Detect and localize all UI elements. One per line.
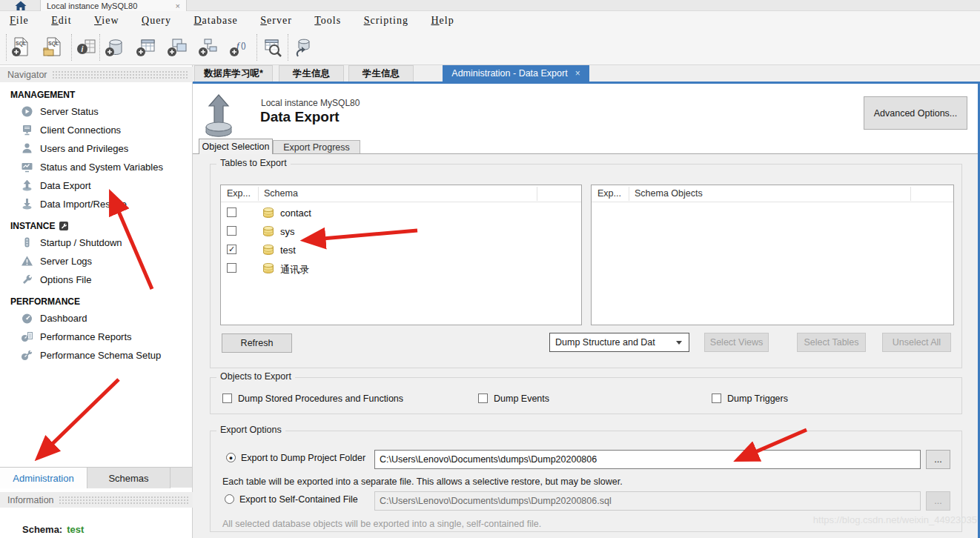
data-export-big-icon [202,93,236,138]
menu-scripting[interactable]: Scripting [354,11,418,30]
sidebar: Navigator MANAGEMENT Server Status Clien… [0,65,193,538]
project-folder-browse-button[interactable]: ... [926,450,950,469]
schema-objects-list[interactable]: Exp... Schema Objects [591,185,954,325]
connection-tab-close-icon[interactable]: × [176,1,180,10]
reconnect-dbms-icon[interactable] [292,36,314,59]
export-checkbox[interactable] [227,207,236,217]
schema-name: test [280,245,296,256]
schema-name: sys [280,226,295,237]
export-checkbox[interactable] [227,263,236,273]
export-checkbox-checked[interactable]: ✓ [227,245,236,254]
dump-triggers-checkbox[interactable] [712,393,721,403]
sidebar-item-server-status[interactable]: Server Status [0,102,192,121]
toolbar-separator [99,34,100,61]
startup-shutdown-icon [21,236,33,249]
advanced-options-button[interactable]: Advanced Options... [864,96,967,130]
menu-view[interactable]: View [85,11,129,30]
sidebar-item-startup-shutdown[interactable]: Startup / Shutdown [0,233,192,252]
sidebar-item-data-import-restore[interactable]: Data Import/Restore [0,195,192,213]
doc-tab-2[interactable]: 学生信息 [279,65,344,82]
create-function-icon[interactable]: f () [228,36,251,59]
export-checkbox[interactable] [227,226,236,236]
doc-tab-3[interactable]: 学生信息 [348,65,414,82]
schema-row-sys[interactable]: sys [221,222,581,241]
menu-tools[interactable]: Tools [305,11,351,30]
dump-events-label: Dump Events [494,393,549,404]
schema-row-contacts-cn[interactable]: 通讯录 [221,259,581,278]
sidebar-item-options-file[interactable]: Options File [0,270,192,289]
svg-text:SQL: SQL [48,41,59,47]
sidebar-item-status-system-variables[interactable]: Status and System Variables [0,158,192,176]
table-inspector-icon[interactable]: i [76,36,98,59]
self-contained-path-input [374,491,921,511]
sidebar-bottom-tabs: Administration Schemas [0,467,192,488]
dump-type-value: Dump Structure and Dat [550,337,676,348]
doc-tab-data-export[interactable]: Administration - Data Export × [443,65,589,82]
new-sql-tab-icon[interactable]: SQL [10,36,33,59]
refresh-button[interactable]: Refresh [222,333,292,353]
create-procedure-icon[interactable] [197,36,219,59]
schema-icon [262,263,274,273]
export-project-folder-radio[interactable]: ● [226,453,236,462]
data-import-icon [21,198,33,210]
dump-type-dropdown[interactable]: Dump Structure and Dat [549,333,689,352]
menubar: File Edit View Query Database Server Too… [0,11,980,30]
create-table-icon[interactable] [135,36,157,59]
create-schema-icon[interactable] [104,36,126,59]
sidebar-item-performance-schema-setup[interactable]: Performance Schema Setup [0,346,192,365]
create-view-icon[interactable] [166,36,188,59]
search-table-data-icon[interactable] [261,36,283,59]
schema-objects-header: Exp... Schema Objects [592,185,953,202]
menu-database[interactable]: Database [184,11,247,30]
dump-triggers-label: Dump Triggers [727,393,788,404]
self-contained-description: All selected database objects will be ex… [222,519,541,529]
sidebar-item-data-export[interactable]: Data Export [0,176,192,195]
tables-to-export-legend: Tables to Export [216,158,291,168]
home-icon[interactable] [15,1,27,10]
sidebar-item-users-privileges[interactable]: Users and Privileges [0,139,192,158]
schema-list[interactable]: Exp... Schema contact sys ✓ test 通讯录 [220,185,582,325]
schema-icon [262,245,274,255]
export-project-folder-label: Export to Dump Project Folder [241,453,365,463]
sidebar-item-client-connections[interactable]: Client Connections [0,121,192,139]
menu-edit[interactable]: Edit [42,11,81,30]
sidebar-item-performance-reports[interactable]: Performance Reports [0,328,192,346]
schema-icon [262,207,274,218]
select-tables-button[interactable]: Select Tables [797,333,866,352]
doc-tab-close-icon[interactable]: × [575,68,580,79]
open-sql-script-icon[interactable]: SQL [42,36,64,59]
tab-administration[interactable]: Administration [0,468,87,488]
doc-tab-1[interactable]: 数据库学习呢* [194,65,273,82]
menu-server[interactable]: Server [251,11,302,30]
sidebar-item-dashboard[interactable]: Dashboard [0,309,192,328]
dashboard-gauge-icon [21,312,33,325]
menu-help[interactable]: Help [421,11,463,30]
connection-tab[interactable]: Local instance MySQL80 × [40,0,187,11]
tab-schemas[interactable]: Schemas [87,468,170,488]
menu-query[interactable]: Query [132,11,181,30]
schema-name: contact [280,207,311,219]
section-management: MANAGEMENT [10,90,192,100]
column-divider [629,187,629,201]
dump-events-checkbox[interactable] [478,393,488,403]
sidebar-item-server-logs[interactable]: Server Logs [0,252,192,270]
export-self-contained-radio[interactable] [225,494,234,504]
section-performance: PERFORMANCE [10,296,192,307]
schema-row-test[interactable]: ✓ test [221,241,581,259]
svg-text:SQL: SQL [16,41,27,47]
server-status-icon [21,105,33,118]
schema-row-contact[interactable]: contact [221,204,581,222]
dump-stored-procedures-checkbox[interactable] [222,393,232,403]
header-subtitle: Local instance MySQL80 [261,98,360,108]
information-title: Information [7,495,54,505]
select-views-button[interactable]: Select Views [704,333,769,352]
tab-export-progress[interactable]: Export Progress [273,140,360,154]
menu-file[interactable]: File [0,11,39,30]
toolbar-separator [6,34,7,61]
warning-triangle-icon [21,255,33,268]
project-folder-path-input[interactable] [374,450,921,469]
navigator-header: Navigator [0,67,193,82]
project-folder-description: Each table will be exported into a separ… [222,476,623,487]
unselect-all-button[interactable]: Unselect All [882,333,951,352]
tab-object-selection[interactable]: Object Selection [199,139,273,154]
